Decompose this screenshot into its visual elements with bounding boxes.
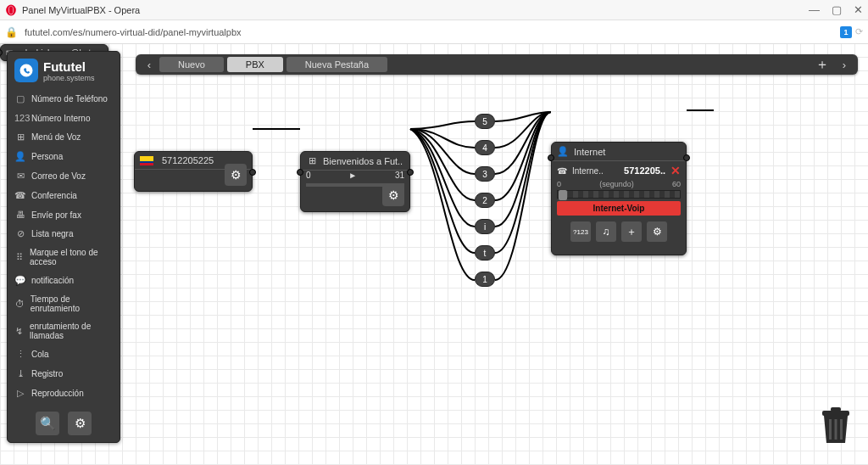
slider-thumb[interactable] xyxy=(559,190,567,200)
sidebar-item-5[interactable]: ☎Conferencia xyxy=(8,186,120,205)
ivr-option-2[interactable]: 2 xyxy=(475,193,495,208)
port-out[interactable] xyxy=(249,169,256,176)
wires xyxy=(0,44,868,465)
sidebar-item-label: Persona xyxy=(31,152,63,161)
sidebar-item-13[interactable]: ⤓Registro xyxy=(8,364,120,384)
node-internet[interactable]: 👤Internet ☎ Interne.. 5712205.. ✕ 0(segu… xyxy=(551,142,687,255)
sidebar-item-1[interactable]: 123Número Interno xyxy=(8,109,120,127)
internet-voip-button[interactable]: Internet-Voip xyxy=(557,201,681,216)
sidebar-item-icon: ⋮ xyxy=(14,349,26,360)
sidebar-item-label: Número Interno xyxy=(31,114,90,123)
sidebar-item-icon: ☎ xyxy=(14,190,26,201)
tab-pbx[interactable]: PBX xyxy=(227,57,283,72)
svg-rect-7 xyxy=(840,419,843,440)
tab-nuevo[interactable]: Nuevo xyxy=(159,57,224,72)
sidebar-item-label: Cola xyxy=(31,350,49,359)
maximize-icon[interactable]: ▢ xyxy=(832,3,842,16)
sidebar-item-label: Registro xyxy=(31,369,63,378)
tab-nueva[interactable]: Nueva Pestaña xyxy=(287,57,387,72)
sidebar-item-icon: 🖶 xyxy=(14,210,26,220)
sidebar-item-9[interactable]: 💬notificación xyxy=(8,271,120,290)
svg-point-2 xyxy=(9,6,14,14)
url-text: fututel.com/es/numero-virtual-did/panel-… xyxy=(25,27,242,37)
ivr-option-4[interactable]: 4 xyxy=(475,140,495,155)
sidebar-item-label: Número de Teléfono xyxy=(31,94,108,104)
inet-row-remove[interactable]: ✕ xyxy=(670,164,681,177)
port-in[interactable] xyxy=(548,154,554,161)
person-icon: 👤 xyxy=(557,146,569,157)
lock-icon: 🔒 xyxy=(5,26,18,38)
settings-button[interactable]: ⚙ xyxy=(68,412,92,435)
btn-add[interactable]: ＋ xyxy=(621,221,642,242)
ivr-option-1[interactable]: 1 xyxy=(475,272,495,287)
sidebar-item-14[interactable]: ▷Reproducción xyxy=(8,384,120,403)
sidebar-item-label: notificación xyxy=(31,276,74,285)
node-did[interactable]: 5712205225 ⚙ xyxy=(134,151,253,192)
sidebar-item-label: Tiempo de enrutamiento xyxy=(31,294,113,313)
sidebar-item-11[interactable]: ↯enrutamiento de llamadas xyxy=(8,317,120,345)
ivr-settings[interactable]: ⚙ xyxy=(382,184,404,206)
port-out[interactable] xyxy=(407,169,414,176)
ivr-option-3[interactable]: 3 xyxy=(475,166,495,182)
sidebar-item-icon: ⏱ xyxy=(14,299,25,309)
btn-music[interactable]: ♫ xyxy=(596,221,616,242)
sidebar-item-3[interactable]: 👤Persona xyxy=(8,147,120,166)
close-icon[interactable]: ✕ xyxy=(854,3,863,16)
ivr-option-t[interactable]: t xyxy=(475,245,495,261)
brand-name: Fututel xyxy=(43,59,95,74)
ivr-option-i[interactable]: i xyxy=(475,219,495,234)
address-bar[interactable]: 🔒 fututel.com/es/numero-virtual-did/pane… xyxy=(0,20,868,44)
brand-sub: phone.systems xyxy=(43,74,95,82)
extension-badge[interactable]: 1 xyxy=(840,26,852,38)
tab-add[interactable]: ＋ xyxy=(815,56,829,74)
node-ivr[interactable]: ⊞Bienvenidos a Fut.. 0►31 ⚙ xyxy=(300,151,410,212)
flag-colombia-icon xyxy=(140,156,153,165)
sidebar-item-2[interactable]: ⊞Menú de Voz xyxy=(8,127,120,147)
sidebar-item-label: Lista negra xyxy=(31,229,73,238)
sidebar-item-label: Conferencia xyxy=(31,191,77,200)
did-settings[interactable]: ⚙ xyxy=(225,164,247,186)
ivr-from: 0 xyxy=(306,171,311,180)
sidebar-item-label: Envíe por fax xyxy=(31,210,81,220)
play-icon[interactable]: ► xyxy=(348,171,357,180)
phone-icon: ☎ xyxy=(557,166,567,176)
brand: Fututel phone.systems xyxy=(8,57,120,87)
sidebar-item-icon: 💬 xyxy=(14,275,26,286)
btn-gear[interactable]: ⚙ xyxy=(647,221,667,242)
tab-strip: ‹ Nuevo PBX Nueva Pestaña ＋ › xyxy=(136,54,858,75)
sidebar-item-7[interactable]: ⊘Lista negra xyxy=(8,224,120,244)
trash-icon[interactable] xyxy=(821,407,851,448)
timeout-slider[interactable] xyxy=(557,190,681,199)
ivr-to: 31 xyxy=(395,171,404,180)
port-out[interactable] xyxy=(683,154,690,161)
sidebar: Fututel phone.systems ▢Número de Teléfon… xyxy=(7,51,120,443)
sync-icon[interactable]: ⟳ xyxy=(855,26,863,37)
tabs-prev[interactable]: ‹ xyxy=(141,59,158,71)
sidebar-item-12[interactable]: ⋮Cola xyxy=(8,345,120,364)
sidebar-item-4[interactable]: ✉Correo de Voz xyxy=(8,166,120,186)
sidebar-item-icon: 123 xyxy=(14,113,26,123)
sidebar-item-icon: ▷ xyxy=(14,388,26,399)
grid-icon: ⊞ xyxy=(306,155,318,166)
port-in[interactable] xyxy=(297,169,303,176)
inet-row-num: 5712205.. xyxy=(624,165,665,176)
window-titlebar: Panel MyVirtualPBX - Opera — ▢ ✕ xyxy=(0,0,868,20)
svg-rect-4 xyxy=(831,407,841,412)
canvas[interactable]: ‹ Nuevo PBX Nueva Pestaña ＋ › Fututel ph… xyxy=(0,44,868,465)
sidebar-item-8[interactable]: ⠿Marque el tono de acceso xyxy=(8,244,120,271)
btn-123[interactable]: ?123 xyxy=(570,221,591,242)
sidebar-item-10[interactable]: ⏱Tiempo de enrutamiento xyxy=(8,290,120,317)
sidebar-item-label: enrutamiento de llamadas xyxy=(30,322,113,340)
sidebar-item-icon: ⊞ xyxy=(14,132,26,143)
port-in[interactable] xyxy=(0,49,3,56)
sidebar-item-label: Marque el tono de acceso xyxy=(30,248,113,266)
did-number: 5712205225 xyxy=(162,155,214,165)
svg-rect-5 xyxy=(829,419,832,440)
sidebar-item-0[interactable]: ▢Número de Teléfono xyxy=(8,89,120,109)
sidebar-item-6[interactable]: 🖶Envíe por fax xyxy=(8,205,120,224)
search-button[interactable]: 🔍 xyxy=(36,412,59,435)
sidebar-item-label: Reproducción xyxy=(31,389,84,398)
tabs-next[interactable]: › xyxy=(836,59,853,71)
minimize-icon[interactable]: — xyxy=(809,3,820,16)
ivr-option-5[interactable]: 5 xyxy=(475,114,495,129)
